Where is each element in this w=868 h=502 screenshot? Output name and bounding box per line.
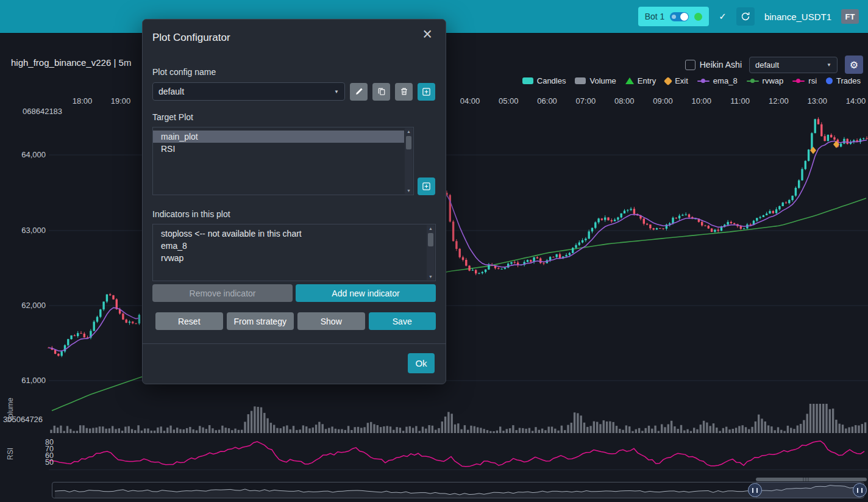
add-plot-button[interactable] [418,177,435,195]
bot-selector[interactable]: Bot 1 [638,7,710,26]
plot-config-row: default ▼ [152,82,436,101]
account-name: binance_USDT1 [764,12,831,22]
heikin-ashi-label: Heikin Ashi [700,60,742,70]
plot-config-select[interactable]: default ▼ [749,57,838,73]
data-zoom-handle-right[interactable] [853,483,867,497]
check-icon: ✓ [719,11,727,22]
handle-grip-icon [857,488,863,493]
target-plot-listbox[interactable]: main_plotRSI ▲ ▼ [152,127,414,195]
from-strategy-button[interactable]: From strategy [227,312,294,330]
add-config-button[interactable] [418,83,435,101]
candles-swatch-icon [522,77,533,84]
rvwap-swatch-icon [747,81,759,82]
scrollbar-thumb[interactable] [406,136,411,149]
time-axis-tick: 09:00 [646,96,680,106]
exit-swatch-icon [664,76,672,85]
scroll-down-icon[interactable]: ▼ [405,188,413,193]
price-axis-tick: 62,000 [3,301,46,310]
trades-swatch-icon [826,77,833,84]
plot-settings-button[interactable]: ⚙ [845,56,863,74]
toggle-knob [680,13,688,21]
time-axis-tick: 11:00 [723,96,757,106]
pencil-icon [355,87,363,96]
scrollbar[interactable]: ▲ ▼ [405,128,413,194]
indicator-option[interactable]: rvwap [153,252,426,264]
legend-item-rsi[interactable]: rsi [792,76,817,85]
volume-axis-title: Volume [6,392,15,428]
line-dot [701,79,705,83]
time-axis-tick: 04:00 [453,96,487,106]
config-name-select[interactable]: default ▼ [152,82,345,101]
price-axis-tick: 63,000 [3,226,46,235]
time-axis-tick: 08:00 [607,96,641,106]
config-actions-row: Reset From strategy Show Save [155,312,436,330]
app-root: { "navbar": { "bot_label": "Bot 1", "che… [0,0,868,502]
indicator-option[interactable]: ema_8 [153,240,426,252]
ft-logo[interactable]: FT [841,9,859,24]
rsi-swatch-icon [792,81,805,82]
legend-item-exit[interactable]: Exit [665,76,688,85]
indicator-option[interactable]: stoploss <-- not available in this chart [153,228,426,240]
scroll-up-icon[interactable]: ▲ [405,129,413,134]
modal-title: Plot Configurator [152,30,436,45]
price-axis-tick: 64,000 [3,150,46,159]
show-button[interactable]: Show [297,312,365,330]
target-plot-option[interactable]: main_plot [153,131,404,143]
target-plot-option[interactable]: RSI [153,143,404,155]
horizontal-scrollbar[interactable] [756,478,867,481]
heikin-ashi-control[interactable]: Heikin Ashi [685,60,742,70]
scrollbar[interactable]: ▲ ▼ [427,225,435,280]
plot-config-select-value: default [755,60,779,70]
indicator-actions-row: Remove indicator Add new indicator [152,284,436,302]
rsi-axis-title: RSI [6,442,15,466]
remove-indicator-button[interactable]: Remove indicator [152,284,293,302]
scroll-up-icon[interactable]: ▲ [427,226,435,231]
bot-toggle[interactable] [670,12,689,21]
ok-button[interactable]: Ok [408,353,435,373]
plus-square-icon [422,182,431,191]
bot-online-indicator [694,13,702,21]
add-new-indicator-button[interactable]: Add new indicator [296,284,436,302]
heikin-ashi-checkbox[interactable] [685,60,695,70]
refresh-button[interactable] [736,7,755,26]
copy-icon [377,87,386,96]
time-axis-tick: 19:00 [104,96,138,106]
legend-item-entry[interactable]: Entry [625,76,656,85]
chevron-down-icon: ▼ [334,89,339,95]
config-name-select-value: default [158,87,184,96]
trash-icon [400,87,408,96]
reset-button[interactable]: Reset [155,312,223,330]
refresh-icon [741,12,750,21]
delete-config-button[interactable] [395,83,413,101]
modal-footer: Ok [143,343,446,384]
legend-item-trades[interactable]: Trades [826,76,861,85]
handle-grip-icon [752,488,758,493]
toggle-track-dot [672,15,676,19]
time-axis-tick: 10:00 [685,96,719,106]
scroll-down-icon[interactable]: ▼ [427,274,435,279]
price-axis-tick: 61,000 [3,376,46,385]
volume-swatch-icon [575,77,586,84]
line-dot [796,79,800,83]
legend-item-volume[interactable]: Volume [575,76,616,85]
legend-label: rsi [808,76,817,85]
chart-legend: CandlesVolumeEntryExitema_8rvwaprsiTrade… [522,76,861,85]
indicators-listbox[interactable]: stoploss <-- not available in this chart… [152,224,436,281]
axis-value-label: 068642183 [23,107,62,116]
edit-config-button[interactable] [350,83,368,101]
data-zoom-window[interactable] [756,482,861,498]
close-button[interactable]: × [419,26,436,43]
legend-item-candles[interactable]: Candles [522,76,566,85]
time-axis-tick: 14:00 [839,96,868,106]
save-button[interactable]: Save [369,312,436,330]
scrollbar-grip-icon [803,478,810,481]
legend-label: Trades [836,76,861,85]
legend-item-rvwap[interactable]: rvwap [747,76,784,85]
duplicate-config-button[interactable] [372,83,390,101]
plot-config-name-label: Plot config name [152,67,436,77]
entry-swatch-icon [625,77,634,84]
data-zoom-navigator[interactable] [52,482,864,498]
scrollbar-thumb[interactable] [428,233,433,246]
data-zoom-handle-left[interactable] [748,483,762,497]
legend-item-ema_8[interactable]: ema_8 [697,76,738,85]
